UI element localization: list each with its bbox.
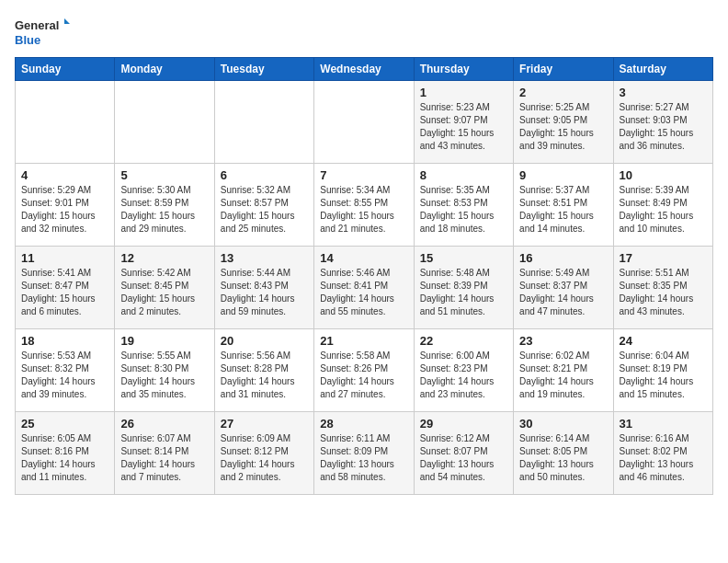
calendar-cell: 11Sunrise: 5:41 AM Sunset: 8:47 PM Dayli… — [16, 247, 115, 329]
day-number: 31 — [620, 417, 707, 431]
day-number: 23 — [519, 334, 607, 348]
day-number: 18 — [21, 334, 108, 348]
day-number: 24 — [620, 334, 707, 348]
day-number: 12 — [120, 251, 208, 265]
weekday-header-friday: Friday — [514, 58, 613, 81]
day-number: 6 — [221, 168, 308, 182]
calendar-cell: 21Sunrise: 5:58 AM Sunset: 8:26 PM Dayli… — [314, 329, 414, 412]
day-number: 13 — [221, 251, 308, 265]
day-info: Sunrise: 5:48 AM Sunset: 8:39 PM Dayligh… — [420, 267, 507, 318]
calendar-cell: 4Sunrise: 5:29 AM Sunset: 9:01 PM Daylig… — [16, 164, 115, 247]
svg-marker-2 — [64, 18, 70, 24]
calendar-week-row: 1Sunrise: 5:23 AM Sunset: 9:07 PM Daylig… — [16, 81, 713, 164]
calendar-cell: 9Sunrise: 5:37 AM Sunset: 8:51 PM Daylig… — [514, 164, 613, 247]
day-info: Sunrise: 5:53 AM Sunset: 8:32 PM Dayligh… — [21, 350, 108, 401]
day-info: Sunrise: 6:02 AM Sunset: 8:21 PM Dayligh… — [519, 350, 607, 401]
day-number: 11 — [21, 251, 108, 265]
day-number: 30 — [519, 417, 607, 431]
day-info: Sunrise: 6:16 AM Sunset: 8:02 PM Dayligh… — [620, 432, 707, 484]
calendar-cell: 8Sunrise: 5:35 AM Sunset: 8:53 PM Daylig… — [414, 164, 513, 247]
day-info: Sunrise: 5:27 AM Sunset: 9:03 PM Dayligh… — [620, 101, 707, 153]
day-info: Sunrise: 5:55 AM Sunset: 8:30 PM Dayligh… — [120, 350, 208, 401]
calendar-cell — [115, 81, 214, 164]
calendar-cell: 17Sunrise: 5:51 AM Sunset: 8:35 PM Dayli… — [613, 247, 712, 329]
logo-svg: General Blue — [15, 15, 70, 50]
calendar-cell: 19Sunrise: 5:55 AM Sunset: 8:30 PM Dayli… — [115, 329, 214, 412]
day-number: 15 — [420, 251, 507, 265]
day-info: Sunrise: 6:07 AM Sunset: 8:14 PM Dayligh… — [120, 432, 208, 484]
day-info: Sunrise: 5:39 AM Sunset: 8:49 PM Dayligh… — [620, 184, 707, 236]
svg-text:General: General — [15, 18, 59, 32]
calendar-cell: 10Sunrise: 5:39 AM Sunset: 8:49 PM Dayli… — [613, 164, 712, 247]
day-info: Sunrise: 5:35 AM Sunset: 8:53 PM Dayligh… — [420, 184, 507, 236]
day-number: 3 — [620, 86, 707, 99]
day-number: 25 — [21, 417, 108, 431]
day-info: Sunrise: 6:11 AM Sunset: 8:09 PM Dayligh… — [320, 432, 407, 484]
calendar-cell: 1Sunrise: 5:23 AM Sunset: 9:07 PM Daylig… — [414, 81, 513, 164]
day-number: 10 — [620, 168, 707, 182]
calendar-cell — [16, 81, 115, 164]
calendar-cell: 15Sunrise: 5:48 AM Sunset: 8:39 PM Dayli… — [414, 247, 513, 329]
day-number: 2 — [519, 86, 607, 99]
calendar-cell: 25Sunrise: 6:05 AM Sunset: 8:16 PM Dayli… — [16, 412, 115, 495]
day-number: 9 — [519, 168, 607, 182]
calendar-week-row: 4Sunrise: 5:29 AM Sunset: 9:01 PM Daylig… — [16, 164, 713, 247]
calendar-table: SundayMondayTuesdayWednesdayThursdayFrid… — [15, 57, 713, 495]
calendar-week-row: 25Sunrise: 6:05 AM Sunset: 8:16 PM Dayli… — [16, 412, 713, 495]
day-number: 7 — [320, 168, 407, 182]
day-info: Sunrise: 5:32 AM Sunset: 8:57 PM Dayligh… — [221, 184, 308, 236]
calendar-cell: 3Sunrise: 5:27 AM Sunset: 9:03 PM Daylig… — [613, 81, 712, 164]
calendar-week-row: 18Sunrise: 5:53 AM Sunset: 8:32 PM Dayli… — [16, 329, 713, 412]
calendar-cell: 12Sunrise: 5:42 AM Sunset: 8:45 PM Dayli… — [115, 247, 214, 329]
calendar-cell: 20Sunrise: 5:56 AM Sunset: 8:28 PM Dayli… — [214, 329, 313, 412]
day-info: Sunrise: 5:49 AM Sunset: 8:37 PM Dayligh… — [519, 267, 607, 318]
day-info: Sunrise: 5:37 AM Sunset: 8:51 PM Dayligh… — [519, 184, 607, 236]
calendar-cell: 14Sunrise: 5:46 AM Sunset: 8:41 PM Dayli… — [314, 247, 414, 329]
day-info: Sunrise: 5:34 AM Sunset: 8:55 PM Dayligh… — [320, 184, 407, 236]
calendar-cell: 23Sunrise: 6:02 AM Sunset: 8:21 PM Dayli… — [514, 329, 613, 412]
calendar-header-row: SundayMondayTuesdayWednesdayThursdayFrid… — [16, 58, 713, 81]
calendar-cell: 29Sunrise: 6:12 AM Sunset: 8:07 PM Dayli… — [414, 412, 513, 495]
page-header: General Blue — [15, 15, 713, 50]
day-number: 17 — [620, 251, 707, 265]
weekday-header-thursday: Thursday — [414, 58, 513, 81]
day-info: Sunrise: 5:30 AM Sunset: 8:59 PM Dayligh… — [120, 184, 208, 236]
day-info: Sunrise: 5:46 AM Sunset: 8:41 PM Dayligh… — [320, 267, 407, 318]
day-info: Sunrise: 5:58 AM Sunset: 8:26 PM Dayligh… — [320, 350, 407, 401]
day-number: 5 — [120, 168, 208, 182]
day-number: 21 — [320, 334, 407, 348]
svg-text:Blue: Blue — [15, 33, 40, 47]
day-info: Sunrise: 6:05 AM Sunset: 8:16 PM Dayligh… — [21, 432, 108, 484]
weekday-header-monday: Monday — [115, 58, 214, 81]
calendar-body: 1Sunrise: 5:23 AM Sunset: 9:07 PM Daylig… — [16, 81, 713, 495]
calendar-cell: 24Sunrise: 6:04 AM Sunset: 8:19 PM Dayli… — [613, 329, 712, 412]
day-info: Sunrise: 5:56 AM Sunset: 8:28 PM Dayligh… — [221, 350, 308, 401]
day-number: 22 — [420, 334, 507, 348]
calendar-week-row: 11Sunrise: 5:41 AM Sunset: 8:47 PM Dayli… — [16, 247, 713, 329]
day-number: 1 — [420, 86, 507, 99]
calendar-cell — [214, 81, 313, 164]
calendar-cell: 7Sunrise: 5:34 AM Sunset: 8:55 PM Daylig… — [314, 164, 414, 247]
day-number: 14 — [320, 251, 407, 265]
calendar-cell: 31Sunrise: 6:16 AM Sunset: 8:02 PM Dayli… — [613, 412, 712, 495]
day-info: Sunrise: 5:44 AM Sunset: 8:43 PM Dayligh… — [221, 267, 308, 318]
day-info: Sunrise: 5:42 AM Sunset: 8:45 PM Dayligh… — [120, 267, 208, 318]
day-info: Sunrise: 6:00 AM Sunset: 8:23 PM Dayligh… — [420, 350, 507, 401]
calendar-cell: 5Sunrise: 5:30 AM Sunset: 8:59 PM Daylig… — [115, 164, 214, 247]
day-number: 26 — [120, 417, 208, 431]
weekday-header-saturday: Saturday — [613, 58, 712, 81]
calendar-cell: 30Sunrise: 6:14 AM Sunset: 8:05 PM Dayli… — [514, 412, 613, 495]
calendar-cell: 28Sunrise: 6:11 AM Sunset: 8:09 PM Dayli… — [314, 412, 414, 495]
calendar-cell: 2Sunrise: 5:25 AM Sunset: 9:05 PM Daylig… — [514, 81, 613, 164]
day-info: Sunrise: 6:14 AM Sunset: 8:05 PM Dayligh… — [519, 432, 607, 484]
weekday-header-tuesday: Tuesday — [214, 58, 313, 81]
day-number: 28 — [320, 417, 407, 431]
weekday-header-sunday: Sunday — [16, 58, 115, 81]
day-info: Sunrise: 5:25 AM Sunset: 9:05 PM Dayligh… — [519, 101, 607, 153]
calendar-cell: 26Sunrise: 6:07 AM Sunset: 8:14 PM Dayli… — [115, 412, 214, 495]
day-info: Sunrise: 5:41 AM Sunset: 8:47 PM Dayligh… — [21, 267, 108, 318]
weekday-header-wednesday: Wednesday — [314, 58, 414, 81]
calendar-cell: 22Sunrise: 6:00 AM Sunset: 8:23 PM Dayli… — [414, 329, 513, 412]
day-number: 19 — [120, 334, 208, 348]
day-info: Sunrise: 6:09 AM Sunset: 8:12 PM Dayligh… — [221, 432, 308, 484]
